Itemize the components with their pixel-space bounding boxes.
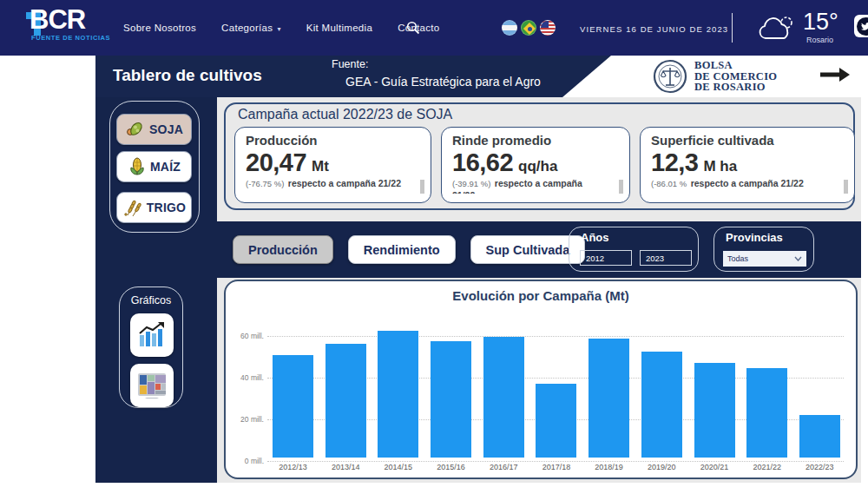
- weather-city: Rosario: [806, 36, 833, 44]
- provinces-filter-group: Provincias Todas: [713, 227, 814, 272]
- bar-2014-15[interactable]: [378, 331, 418, 458]
- brazil-flag-icon[interactable]: [521, 20, 536, 36]
- y-tick-label: 20 mill.: [227, 415, 264, 424]
- card-scrollbar[interactable]: [844, 180, 848, 194]
- chevron-down-icon: [794, 256, 802, 261]
- wheat-icon: [122, 198, 143, 217]
- stat-card-produccion: Producción 20,47Mt (-76.75 %) respecto a…: [234, 127, 431, 203]
- provinces-selected-value: Todas: [727, 254, 748, 263]
- search-icon[interactable]: [406, 21, 420, 38]
- card-scrollbar[interactable]: [619, 180, 623, 194]
- y-tick-label: 60 mill.: [227, 332, 264, 340]
- org-name-line3: DE ROSARIO: [694, 82, 777, 93]
- chart-bars: [273, 310, 840, 458]
- source-value: GEA - Guía Estratégica para el Agro: [345, 75, 541, 89]
- top-navbar: BCR FUENTE DE NOTICIAS Sobre Nosotros Ca…: [0, 0, 868, 56]
- bar-2017-18[interactable]: [536, 384, 576, 458]
- x-tick-label: 2015/16: [431, 463, 471, 471]
- metric-button-rendimiento[interactable]: Rendimiento: [348, 235, 456, 264]
- years-label: Años: [581, 231, 609, 244]
- bcr-logo[interactable]: BCR FUENTE DE NOTICIAS: [10, 6, 115, 51]
- source-label: Fuente:: [332, 58, 368, 70]
- crop-button-soja[interactable]: SOJA: [116, 114, 192, 145]
- bcr-logo-subtitle: FUENTE DE NOTICIAS: [31, 34, 110, 42]
- x-tick-label: 2018/19: [589, 463, 629, 471]
- gridline: [267, 461, 844, 462]
- argentina-flag-icon[interactable]: [502, 20, 517, 36]
- y-tick-label: 0 mill.: [227, 457, 264, 465]
- stat-card-rinde: Rinde promedio 16,62qq/ha (-39.91 %) res…: [441, 127, 630, 203]
- x-tick-label: 2021/22: [746, 463, 787, 471]
- bar-2019-20[interactable]: [641, 352, 682, 458]
- nav-item-categorias[interactable]: Categorías▾: [221, 23, 281, 33]
- cloud-icon: [757, 15, 797, 46]
- crop-sidebar: SOJA MAÍZ: [95, 97, 217, 483]
- crop-button-maiz[interactable]: MAÍZ: [116, 151, 192, 182]
- bcr-logo-text: BCR: [30, 4, 85, 36]
- x-tick-label: 2019/20: [641, 463, 682, 471]
- evolution-chart-panel: Evolución por Campaña (Mt) 0 mill.20 mil…: [224, 280, 858, 479]
- chart-section: Evolución por Campaña (Mt) 0 mill.20 mil…: [217, 278, 861, 483]
- crop-button-trigo[interactable]: TRIGO: [116, 192, 192, 223]
- twitter-icon: [857, 17, 868, 36]
- next-arrow-button[interactable]: [819, 67, 851, 86]
- bolsa-comercio-rosario-logo: BOLSA DE COMERCIO DE ROSARIO: [653, 59, 777, 94]
- y-tick-label: 40 mill.: [227, 373, 264, 382]
- twitter-button[interactable]: [854, 15, 868, 37]
- nav-item-kit-multimedia[interactable]: Kit Multimedia: [306, 23, 372, 33]
- years-filter-group: Años: [569, 227, 699, 272]
- language-flags: [502, 20, 556, 36]
- provinces-label: Provincias: [726, 231, 783, 244]
- bar-2021-22[interactable]: [746, 368, 787, 458]
- bar-2022-23[interactable]: [799, 415, 840, 458]
- year-to-input[interactable]: [640, 250, 692, 266]
- treemap-view-button[interactable]: [130, 364, 174, 407]
- x-tick-label: 2017/18: [536, 463, 576, 471]
- stat-card-superficie: Superficie cultivada 12,3M ha (-86.01 % …: [640, 127, 855, 203]
- graphs-group: Gráficos: [119, 287, 183, 408]
- corn-icon: [128, 157, 147, 176]
- soybean-icon: [125, 120, 146, 139]
- current-campaign-section: Campaña actual 2022/23 de SOJA Producció…: [217, 97, 861, 221]
- x-tick-label: 2014/15: [378, 463, 418, 471]
- bar-2018-19[interactable]: [589, 339, 629, 458]
- x-tick-label: 2016/17: [483, 463, 524, 471]
- bar-2020-21[interactable]: [694, 363, 735, 458]
- bar-2013-14[interactable]: [326, 344, 366, 458]
- provinces-dropdown[interactable]: Todas: [723, 251, 806, 267]
- chart-x-axis: 2012/132013/142014/152015/162016/172017/…: [273, 463, 840, 471]
- nav-item-sobre-nosotros[interactable]: Sobre Nosotros: [123, 23, 196, 33]
- x-tick-label: 2020/21: [694, 463, 735, 471]
- page-title: Tablero de cultivos: [113, 66, 262, 85]
- nav-divider: [732, 13, 733, 43]
- graphs-label: Gráficos: [120, 294, 182, 306]
- bcr-dashboard-screen: BCR FUENTE DE NOTICIAS Sobre Nosotros Ca…: [0, 0, 868, 494]
- rinde-value: 16,62: [452, 148, 513, 176]
- usa-flag-icon[interactable]: [540, 20, 556, 36]
- chevron-down-icon: ▾: [277, 25, 280, 33]
- x-tick-label: 2012/13: [273, 463, 313, 471]
- metric-button-produccion[interactable]: Producción: [233, 235, 333, 264]
- filter-band: Producción Rendimiento Sup Cultivada Año…: [217, 221, 861, 278]
- year-from-input[interactable]: [580, 250, 632, 266]
- temperature-value: 15°: [803, 9, 838, 36]
- card-scrollbar[interactable]: [420, 180, 424, 194]
- bcr-seal-icon: [653, 59, 687, 94]
- org-name-line1: BOLSA: [694, 60, 777, 71]
- current-date: VIERNES 16 DE JUNIO DE 2023: [580, 24, 728, 34]
- campaign-title: Campaña actual 2022/23 de SOJA: [238, 107, 452, 122]
- crop-selector-group: SOJA MAÍZ: [109, 101, 200, 233]
- x-tick-label: 2013/14: [326, 463, 366, 471]
- produccion-value: 20,47: [246, 148, 306, 176]
- x-tick-label: 2022/23: [799, 463, 840, 471]
- bar-2016-17[interactable]: [483, 337, 524, 458]
- bar-2015-16[interactable]: [431, 341, 471, 458]
- treemap-icon: [136, 372, 168, 399]
- bar-chart-icon: [137, 320, 167, 350]
- bar-chart-view-button[interactable]: [130, 313, 174, 357]
- bar-2012-13[interactable]: [273, 355, 313, 458]
- current-campaign-panel: Campaña actual 2022/23 de SOJA Producció…: [224, 102, 855, 210]
- chart-title: Evolución por Campaña (Mt): [226, 288, 856, 303]
- superficie-value: 12,3: [651, 148, 698, 176]
- nav-menu: Sobre Nosotros Categorías▾ Kit Multimedi…: [123, 0, 440, 56]
